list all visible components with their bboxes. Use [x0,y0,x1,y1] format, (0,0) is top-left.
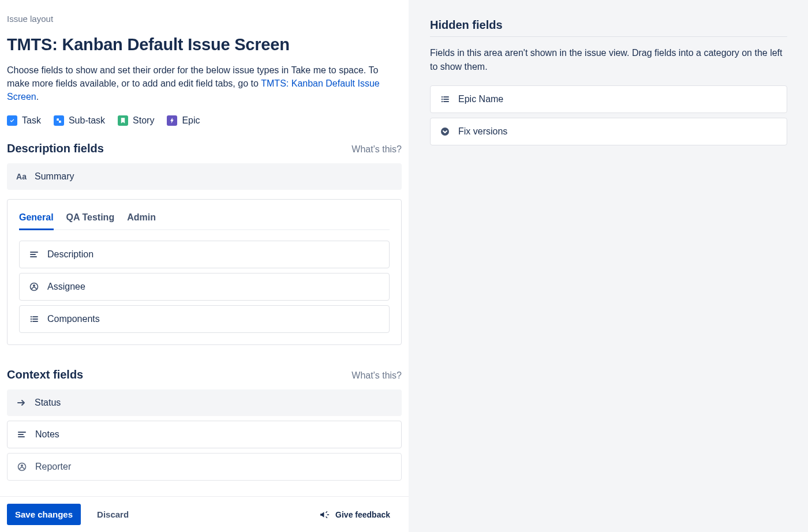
hidden-fields-description: Fields in this area aren't shown in the … [430,46,787,74]
issue-types-row: Task Sub-task Story Epic [7,115,402,126]
tab-fields-list: Description Assignee Components [19,241,390,333]
field-label: Components [47,314,100,324]
whats-this-description[interactable]: What's this? [351,144,402,155]
description-fields-heading: Description fields [7,142,104,155]
field-label: Status [35,398,61,408]
svg-point-12 [441,128,449,136]
field-assignee[interactable]: Assignee [19,273,390,301]
svg-point-3 [33,284,35,287]
divider [430,36,787,37]
story-icon [118,115,128,126]
paragraph-icon [29,249,39,260]
issue-type-label: Epic [182,115,200,126]
left-pane: Issue layout TMTS: Kanban Default Issue … [0,0,409,532]
paragraph-icon [17,429,27,440]
tab-row: General QA Testing Admin [19,210,390,230]
field-label: Epic Name [458,94,503,104]
field-status[interactable]: Status [7,389,402,416]
svg-point-10 [442,99,443,100]
list-icon [440,94,450,104]
field-label: Fix versions [458,126,507,137]
field-label: Notes [35,429,59,440]
issue-type-story: Story [118,115,154,126]
hidden-field-epic-name[interactable]: Epic Name [430,85,787,113]
megaphone-icon [319,509,330,520]
hidden-field-fix-versions[interactable]: Fix versions [430,118,787,145]
hidden-fields-pane: Hidden fields Fields in this area aren't… [409,0,808,532]
context-fields-list: Status Notes Reporter [7,389,402,481]
breadcrumb[interactable]: Issue layout [7,14,402,24]
issue-type-subtask: Sub-task [54,115,105,126]
issue-type-label: Story [133,115,154,126]
field-label: Reporter [35,462,71,472]
svg-rect-1 [59,121,61,123]
save-button[interactable]: Save changes [7,504,81,525]
issue-type-epic: Epic [167,115,200,126]
summary-field-pill[interactable]: Aa Summary [7,163,402,190]
discard-button[interactable]: Discard [92,504,133,525]
issue-type-task: Task [7,115,41,126]
svg-point-8 [21,464,23,467]
description-fields-header: Description fields What's this? [7,142,402,155]
tab-general[interactable]: General [19,210,54,230]
issue-type-label: Task [22,115,41,126]
svg-point-5 [31,318,32,319]
field-label: Summary [35,171,74,182]
context-fields-heading: Context fields [7,368,83,381]
field-label: Assignee [47,282,85,292]
field-notes[interactable]: Notes [7,421,402,448]
arrow-right-icon [16,398,27,408]
field-label: Description [47,249,93,260]
description-suffix: . [36,92,39,102]
footer-bar: Save changes Discard Give feedback [0,496,409,532]
svg-point-6 [31,320,32,321]
hidden-fields-heading: Hidden fields [430,18,787,32]
feedback-label: Give feedback [335,510,390,519]
field-tabs-card: General QA Testing Admin Description Ass… [7,199,402,345]
hidden-fields-list: Epic Name Fix versions [430,85,787,145]
svg-point-4 [31,316,32,317]
left-scroll-area[interactable]: Issue layout TMTS: Kanban Default Issue … [0,0,409,496]
task-icon [7,115,17,126]
person-icon [29,282,39,292]
issue-type-label: Sub-task [69,115,105,126]
give-feedback-button[interactable]: Give feedback [313,505,396,524]
field-description[interactable]: Description [19,241,390,268]
field-components[interactable]: Components [19,305,390,333]
svg-point-11 [442,101,443,102]
field-reporter[interactable]: Reporter [7,453,402,481]
whats-this-context[interactable]: What's this? [351,370,402,381]
svg-point-9 [442,96,443,98]
page-description: Choose fields to show and set their orde… [7,63,402,104]
list-icon [29,314,39,324]
subtask-icon [54,115,64,126]
chevron-down-circle-icon [440,126,450,137]
tab-qa-testing[interactable]: QA Testing [66,210,115,230]
epic-icon [167,115,177,126]
person-icon [17,462,27,472]
text-icon: Aa [16,171,27,182]
tab-admin[interactable]: Admin [127,210,156,230]
page-title: TMTS: Kanban Default Issue Screen [7,35,402,54]
context-fields-header: Context fields What's this? [7,368,402,381]
svg-rect-0 [57,118,59,121]
